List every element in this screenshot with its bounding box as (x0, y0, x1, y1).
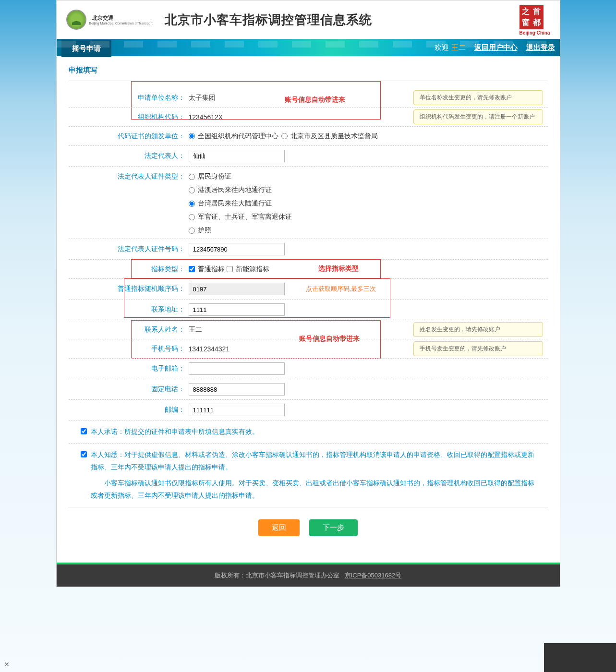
hint-contact-name: 姓名发生变更的，请先修改账户 (413, 322, 543, 337)
input-zip[interactable] (189, 404, 285, 416)
section-title: 申报填写 (69, 66, 548, 75)
header: 北京交通 Beijing Municipal Commission of Tra… (57, 0, 560, 39)
label-email: 电子邮箱： (69, 364, 189, 373)
radio-id-type-3[interactable]: 军官证、士兵证、军官离退休证 (189, 213, 292, 221)
input-seq[interactable] (189, 283, 285, 295)
seal-icon: 之 首 窗 都 (519, 5, 544, 29)
back-button[interactable]: 返回 (258, 519, 300, 536)
logo-icon (66, 10, 86, 30)
label-phone: 固定电话： (69, 385, 189, 394)
label-address: 联系地址： (69, 305, 189, 314)
input-phone[interactable] (189, 383, 285, 396)
input-id-number[interactable] (189, 243, 285, 255)
annotation-text-2: 选择指标类型 (318, 264, 359, 273)
hint-mobile: 手机号发生变更的，请先修改账户 (413, 341, 543, 356)
logo-right: 之 首 窗 都 Beijing·China (519, 5, 550, 36)
page-title: 北京市小客车指标调控管理信息系统 (165, 12, 372, 28)
nav-welcome: 欢迎 (435, 43, 449, 51)
label-legal-rep: 法定代表人： (69, 152, 189, 160)
radio-id-type-0[interactable]: 居民身份证 (189, 172, 292, 181)
input-legal-rep[interactable] (189, 150, 285, 162)
radio-id-type-1[interactable]: 港澳居民来往内地通行证 (189, 186, 292, 194)
bottom-bar (544, 643, 616, 672)
agreement-text-2a: 本人知悉：对于提供虚假信息、材料或者伪造、涂改小客车指标确认通知书的，指标管理机… (91, 448, 536, 474)
seal-text: Beijing·China (519, 30, 550, 36)
agreement-text-1: 本人承诺：所提交的证件和申请表中所填信息真实有效。 (91, 425, 259, 438)
label-id-type: 法定代表人证件类型： (69, 172, 189, 181)
logo-text: 北京交通 (92, 14, 153, 22)
radio-id-type-2[interactable]: 台湾居民来往大陆通行证 (189, 199, 292, 208)
checkbox-agree-1[interactable] (81, 428, 87, 434)
label-unit-name: 申请单位名称： (69, 94, 189, 102)
hint-unit-name: 单位名称发生变更的，请先修改账户 (413, 90, 543, 105)
logo-subtext: Beijing Municipal Commission of Transpor… (89, 22, 153, 25)
label-mobile: 手机号码： (69, 345, 189, 353)
label-org-code: 组织机构代码： (69, 113, 189, 121)
label-seq: 普通指标随机顺序码： (69, 285, 189, 293)
label-issuer: 代码证书的颁发单位： (69, 132, 189, 141)
checkbox-quota-new-energy[interactable]: 新能源指标 (227, 265, 269, 274)
label-id-number: 法定代表人证件号码： (69, 245, 189, 253)
next-button[interactable]: 下一步 (309, 519, 358, 536)
hint-seq: 点击获取顺序码,最多三次 (306, 285, 376, 293)
logo-left: 北京交通 Beijing Municipal Commission of Tra… (66, 10, 153, 30)
checkbox-quota-normal[interactable]: 普通指标 (189, 265, 225, 274)
label-zip: 邮编： (69, 406, 189, 414)
input-address[interactable] (189, 303, 285, 316)
nav-bar: 摇号申请 欢迎 王二 返回用户中心 退出登录 (57, 39, 560, 56)
radio-id-type-4[interactable]: 护照 (189, 226, 292, 235)
checkbox-agree-2[interactable] (81, 451, 87, 457)
nav-return-link[interactable]: 返回用户中心 (474, 43, 518, 52)
agreement-text-2b: 小客车指标确认通知书仅限指标所有人使用。对于买卖、变相买卖、出租或者出借小客车指… (91, 477, 536, 502)
footer-copyright: 版权所有：北京市小客车指标调控管理办公室 (215, 572, 339, 579)
input-email[interactable] (189, 362, 285, 375)
footer-icp-link[interactable]: 京ICP备05031682号 (345, 572, 402, 579)
radio-issuer-1[interactable]: 全国组织机构代码管理中心 (189, 132, 278, 141)
radio-issuer-2[interactable]: 北京市及区县质量技术监督局 (281, 132, 378, 141)
label-contact-name: 联系人姓名： (69, 325, 189, 334)
close-icon[interactable]: ✕ (4, 660, 10, 668)
footer: 版权所有：北京市小客车指标调控管理办公室 京ICP备05031682号 (57, 563, 560, 587)
nav-username: 王二 (451, 43, 466, 51)
label-quota-type: 指标类型： (69, 265, 189, 274)
nav-logout-link[interactable]: 退出登录 (526, 43, 555, 52)
hint-org-code: 组织机构代码发生变更的，请注册一个新账户 (413, 109, 543, 124)
nav-tab-apply[interactable]: 摇号申请 (61, 40, 111, 57)
